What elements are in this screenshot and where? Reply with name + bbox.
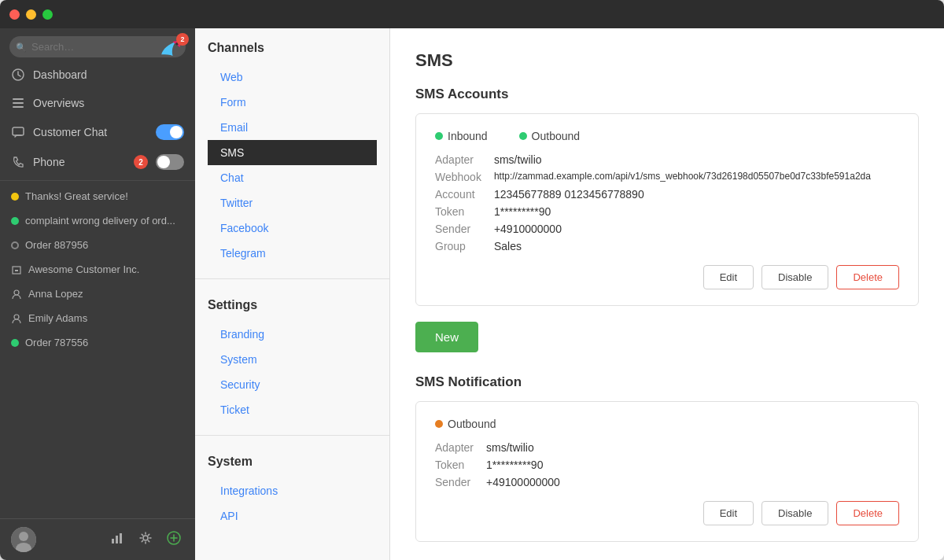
sidebar-item-customer-chat[interactable]: Customer Chat <box>0 117 195 147</box>
svg-point-9 <box>14 290 19 295</box>
delete-account-button[interactable]: Delete <box>836 265 899 289</box>
minimize-button[interactable] <box>26 9 36 20</box>
disable-account-button[interactable]: Disable <box>761 265 828 289</box>
notif-field-value-token: 1*********90 <box>486 459 899 471</box>
sidebar-item-overviews[interactable]: Overviews <box>0 89 195 117</box>
svg-rect-15 <box>116 536 118 543</box>
svg-point-17 <box>143 536 148 540</box>
system-api[interactable]: API <box>208 503 377 529</box>
notif-field-value-sender: +49100000000 <box>486 476 899 488</box>
new-sms-button[interactable]: New <box>415 322 478 352</box>
system-title: System <box>208 455 377 469</box>
channel-web[interactable]: Web <box>208 64 377 90</box>
overviews-label: Overviews <box>33 97 184 109</box>
main-content: SMS SMS Accounts Inbound Outbound <box>390 28 944 560</box>
ticket-item-thanks[interactable]: Thanks! Great service! <box>0 184 195 208</box>
settings-branding[interactable]: Branding <box>208 322 377 347</box>
field-value-webhook: http://zammad.example.com/api/v1/sms_web… <box>494 171 899 183</box>
field-label-adapter: Adapter <box>435 153 481 166</box>
channel-facebook[interactable]: Facebook <box>208 216 377 241</box>
field-label-group: Group <box>435 240 481 252</box>
phone-toggle[interactable] <box>156 154 184 170</box>
notif-field-label-sender: Sender <box>435 476 474 488</box>
channels-section: Channels Web Form Email SMS Chat Twitter… <box>195 28 389 272</box>
delete-notification-button[interactable]: Delete <box>836 501 899 525</box>
notif-field-label-token: Token <box>435 459 474 471</box>
channel-email[interactable]: Email <box>208 115 377 140</box>
stats-button[interactable] <box>107 528 127 551</box>
channel-telegram[interactable]: Telegram <box>208 241 377 266</box>
disable-notification-button[interactable]: Disable <box>761 501 828 525</box>
settings-security[interactable]: Security <box>208 372 377 397</box>
close-button[interactable] <box>9 9 20 20</box>
maximize-button[interactable] <box>42 9 53 20</box>
channel-form[interactable]: Form <box>208 90 377 115</box>
notification-card-actions: Edit Disable Delete <box>435 501 899 525</box>
system-integrations[interactable]: Integrations <box>208 478 377 503</box>
ticket-item-awesome[interactable]: Awesome Customer Inc. <box>0 257 195 282</box>
field-label-webhook: Webhook <box>435 171 481 183</box>
settings-ticket[interactable]: Ticket <box>208 397 377 422</box>
inbound-dot <box>435 132 443 140</box>
sidebar-item-dashboard[interactable]: Dashboard <box>0 61 195 89</box>
ticket-item-complaint[interactable]: complaint wrong delivery of ord... <box>0 208 195 233</box>
phone-label: Phone <box>33 156 126 168</box>
channel-chat[interactable]: Chat <box>208 165 377 190</box>
notif-outbound-dot <box>435 420 443 428</box>
settings-button[interactable] <box>135 528 156 551</box>
svg-rect-3 <box>13 102 24 104</box>
chat-icon <box>11 125 25 139</box>
ticket-item-order887956[interactable]: Order 887956 <box>0 233 195 257</box>
svg-rect-14 <box>112 539 114 543</box>
field-value-token: 1*********90 <box>494 205 899 218</box>
notif-outbound-label: Outbound <box>448 418 496 430</box>
notif-indicators: Outbound <box>435 418 899 430</box>
ticket-label: Order 787556 <box>25 337 88 348</box>
customer-chat-toggle[interactable] <box>156 124 184 140</box>
person-icon <box>11 313 22 324</box>
ticket-label: Order 887956 <box>25 239 88 251</box>
customer-chat-label: Customer Chat <box>33 126 148 138</box>
outbound-label: Outbound <box>532 130 581 142</box>
user-avatar[interactable] <box>11 527 36 552</box>
sidebar-item-phone[interactable]: Phone 2 <box>0 147 195 177</box>
outbound-indicator: Outbound <box>519 130 581 142</box>
field-label-account: Account <box>435 188 481 201</box>
overviews-icon <box>11 96 25 110</box>
ticket-label: Anna Lopez <box>28 288 83 300</box>
card-indicators: Inbound Outbound <box>435 130 899 142</box>
account-card-actions: Edit Disable Delete <box>435 265 899 289</box>
notif-field-label-adapter: Adapter <box>435 441 474 454</box>
nav-divider <box>0 180 195 181</box>
settings-section: Settings Branding System Security Ticket <box>195 286 389 429</box>
status-dot <box>11 217 19 225</box>
field-value-group: Sales <box>494 240 899 252</box>
channel-twitter[interactable]: Twitter <box>208 190 377 216</box>
svg-point-12 <box>19 532 28 541</box>
panel-divider-1 <box>195 278 389 279</box>
sidebar-bottom <box>0 518 195 560</box>
field-value-adapter: sms/twilio <box>494 153 899 166</box>
svg-rect-16 <box>120 533 122 543</box>
ticket-item-anna[interactable]: Anna Lopez <box>0 282 195 306</box>
sms-notification-card: Outbound Adapter sms/twilio Token 1*****… <box>415 401 919 542</box>
status-dot <box>11 241 19 249</box>
settings-system[interactable]: System <box>208 347 377 372</box>
add-button[interactable] <box>164 528 184 551</box>
svg-rect-7 <box>15 270 17 271</box>
panel-divider-2 <box>195 435 389 436</box>
edit-account-button[interactable]: Edit <box>703 265 754 289</box>
dashboard-label: Dashboard <box>33 68 184 81</box>
titlebar <box>0 0 944 28</box>
notification-fields: Adapter sms/twilio Token 1*********90 Se… <box>435 441 899 488</box>
sms-accounts-header: SMS Accounts <box>415 87 919 102</box>
channels-title: Channels <box>208 41 377 55</box>
notif-field-value-adapter: sms/twilio <box>486 441 899 454</box>
traffic-lights <box>9 9 53 20</box>
ticket-item-emily[interactable]: Emily Adams <box>0 306 195 330</box>
field-label-token: Token <box>435 205 481 218</box>
ticket-item-order787556[interactable]: Order 787556 <box>0 330 195 355</box>
svg-rect-8 <box>17 270 18 271</box>
edit-notification-button[interactable]: Edit <box>703 501 754 525</box>
channel-sms[interactable]: SMS <box>208 140 377 165</box>
